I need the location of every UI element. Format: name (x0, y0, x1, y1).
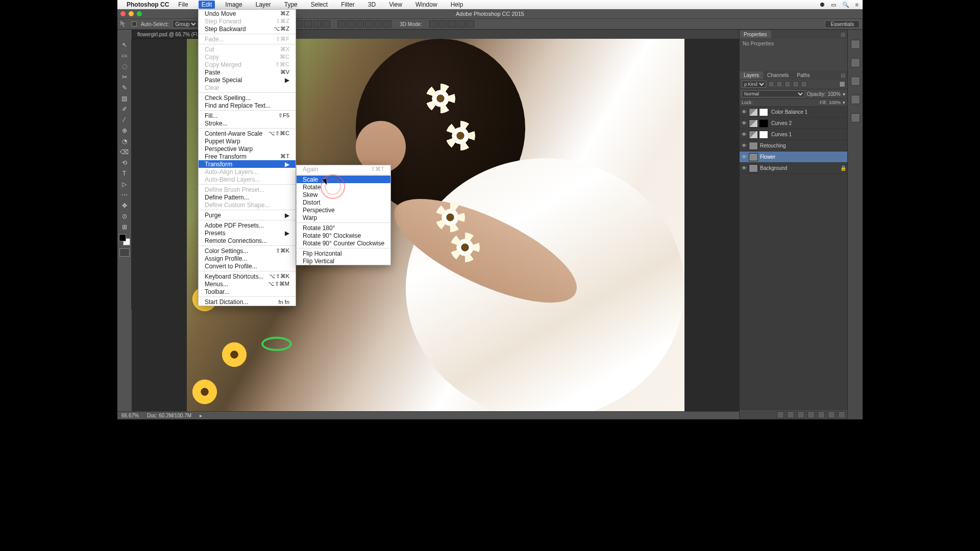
visibility-eye-icon[interactable]: 👁 (740, 143, 749, 148)
tool-button[interactable]: ⌫ (118, 147, 131, 157)
panel-menu-icon[interactable]: ▤ (841, 32, 847, 37)
menu-item[interactable]: Undo Move⌘Z (199, 10, 296, 17)
new-group-icon[interactable] (818, 411, 825, 418)
auto-select-dropdown[interactable]: Group (173, 20, 198, 28)
tool-button[interactable]: ⊞ (118, 222, 131, 232)
tool-button[interactable]: ⊕ (118, 126, 131, 136)
zoom-window-icon[interactable] (137, 11, 142, 16)
menubar-item-edit[interactable]: Edit (199, 1, 215, 9)
tool-button[interactable]: ∕ (118, 115, 131, 125)
tool-button[interactable]: ◔ (118, 136, 131, 146)
minimize-window-icon[interactable] (129, 11, 134, 16)
layer-row[interactable]: 👁Curves 2 (740, 118, 847, 129)
menu-item[interactable]: Transform▶ (199, 160, 296, 168)
menu-item[interactable]: Convert to Profile... (199, 262, 296, 270)
mode-3d-pan-button[interactable] (448, 20, 456, 28)
tab-layers[interactable]: Layers (740, 71, 763, 79)
mode-3d-orbit-button[interactable] (429, 20, 437, 28)
tool-button[interactable]: ▤ (118, 93, 131, 104)
layer-style-icon[interactable] (787, 411, 794, 418)
document-tab[interactable]: flowergirl.psd @ 66.7% (Fl × (132, 30, 209, 39)
mode-3d-slide-button[interactable] (457, 20, 465, 28)
tool-button[interactable]: ◌ (118, 61, 131, 71)
menubar-item-3d[interactable]: 3D (365, 1, 379, 9)
menu-item[interactable]: Check Spelling... (199, 94, 296, 102)
menubar-item-layer[interactable]: Layer (253, 1, 274, 9)
tool-button[interactable]: T (118, 168, 131, 179)
align-bottom-button[interactable] (322, 20, 330, 28)
history-panel-icon[interactable] (851, 40, 860, 49)
filter-pixel-icon[interactable] (768, 81, 774, 87)
filter-adjust-icon[interactable] (776, 81, 782, 87)
tool-button[interactable]: ▭ (118, 51, 131, 61)
opacity-value[interactable]: 100% (827, 91, 841, 97)
menu-item[interactable]: Remote Connections... (199, 237, 296, 244)
menubar-item-select[interactable]: Select (308, 1, 331, 9)
menu-extras-icon[interactable]: ≡ (855, 2, 859, 8)
layer-mask-thumbnail-icon[interactable] (759, 119, 768, 128)
spotlight-icon[interactable]: 🔍 (842, 2, 849, 8)
menu-item[interactable]: Keyboard Shortcuts...⌥⇧⌘K (199, 272, 296, 280)
menu-item[interactable]: Stroke... (199, 119, 296, 127)
fill-value[interactable]: 100% (829, 100, 841, 105)
submenu-item[interactable]: Skew (297, 191, 390, 198)
menubar-item-type[interactable]: Type (281, 1, 301, 9)
layer-row[interactable]: 👁Retouching (740, 140, 847, 152)
menubar-item-filter[interactable]: Filter (338, 1, 358, 9)
distribute-button[interactable] (374, 20, 382, 28)
tab-paths[interactable]: Paths (793, 71, 814, 79)
move-tool-icon[interactable] (120, 20, 128, 28)
layer-row[interactable]: 👁Flower (740, 152, 847, 163)
layer-thumbnail-icon[interactable] (749, 142, 758, 150)
menu-item[interactable]: Color Settings...⇧⌘K (199, 247, 296, 255)
submenu-item[interactable]: Distort (297, 198, 390, 206)
layer-thumbnail-icon[interactable] (749, 153, 758, 161)
submenu-item[interactable]: Flip Horizontal (297, 249, 390, 257)
menu-item[interactable]: Assign Profile... (199, 255, 296, 262)
mode-3d-zoom-button[interactable] (466, 20, 474, 28)
layer-thumbnail-icon[interactable] (749, 108, 758, 116)
filter-toggle-icon[interactable] (839, 81, 845, 87)
actions-panel-icon[interactable] (851, 58, 860, 67)
tool-button[interactable]: ⟲ (118, 158, 131, 168)
new-layer-icon[interactable] (828, 411, 835, 418)
tool-button[interactable]: ▷ (118, 179, 131, 189)
mode-3d-roll-button[interactable] (438, 20, 447, 28)
layer-mask-thumbnail-icon[interactable] (759, 108, 768, 116)
status-arrow-icon[interactable]: ▸ (200, 413, 202, 418)
menu-item[interactable]: Step Backward⌥⌘Z (199, 25, 296, 33)
menu-item[interactable]: Toolbar... (199, 288, 296, 295)
tool-button[interactable]: ⊙ (118, 211, 131, 221)
link-layers-icon[interactable] (777, 411, 784, 418)
submenu-item[interactable]: Flip Vertical (297, 257, 390, 265)
menu-item[interactable]: Paste Special▶ (199, 76, 296, 84)
delete-layer-icon[interactable] (838, 411, 845, 418)
layer-mask-icon[interactable] (797, 411, 804, 418)
submenu-item[interactable]: Rotate 90° Clockwise (297, 232, 390, 239)
align-top-button[interactable] (304, 20, 312, 28)
menubar-item-image[interactable]: Image (222, 1, 245, 9)
visibility-eye-icon[interactable]: 👁 (740, 109, 749, 115)
close-window-icon[interactable] (120, 11, 126, 16)
tab-channels[interactable]: Channels (763, 71, 793, 79)
menu-item[interactable]: Free Transform⌘T (199, 153, 296, 160)
layer-name[interactable]: Curves 2 (770, 120, 847, 126)
tool-button[interactable]: ✂ (118, 72, 131, 82)
menu-item[interactable]: Content-Aware Scale⌥⇧⌘C (199, 130, 296, 137)
visibility-eye-icon[interactable]: 👁 (740, 120, 749, 126)
panel-menu-icon[interactable]: ▤ (841, 72, 847, 78)
quick-mask-icon[interactable] (119, 248, 130, 257)
layer-row[interactable]: 👁Color Balance 1 (740, 107, 847, 118)
wifi-icon[interactable]: ⚉ (820, 2, 825, 8)
menubar-item-view[interactable]: View (386, 1, 405, 9)
tool-button[interactable]: ↖ (118, 40, 131, 50)
info-panel-icon[interactable] (851, 77, 860, 86)
submenu-item[interactable]: Perspective (297, 206, 390, 214)
new-adjustment-icon[interactable] (807, 411, 815, 418)
submenu-item[interactable]: Rotate 180° (297, 224, 390, 232)
distribute-button[interactable] (356, 20, 364, 28)
layer-row[interactable]: 👁Curves 1 (740, 129, 847, 140)
distribute-button[interactable] (347, 20, 355, 28)
layer-name[interactable]: Retouching (759, 143, 847, 148)
layer-filter-kind[interactable]: ρ Kind (742, 81, 766, 88)
